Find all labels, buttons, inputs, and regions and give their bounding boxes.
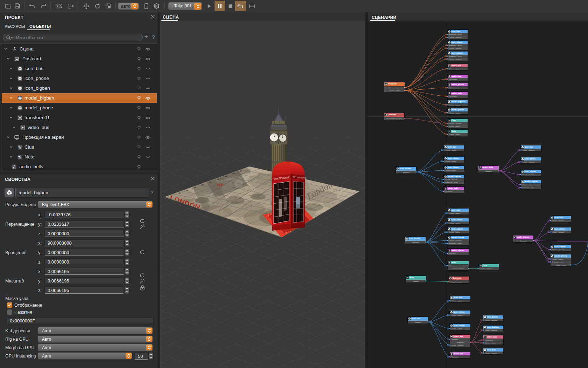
svg-text:t: t [20, 146, 21, 149]
svg-text:t: t [20, 156, 21, 159]
